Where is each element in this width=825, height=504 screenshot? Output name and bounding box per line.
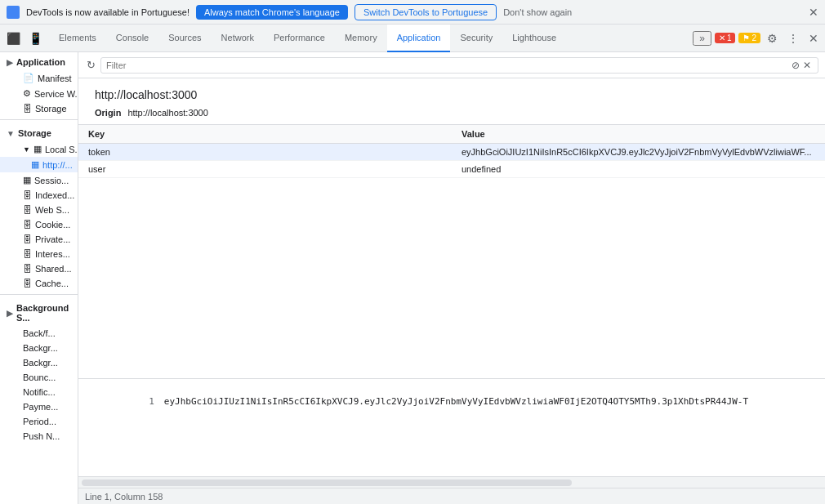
tab-bar: ⬛ 📱 Elements Console Sources Network Per… <box>0 25 825 52</box>
sidebar-item-background2[interactable]: Backgr... <box>0 341 78 355</box>
preview-text: eyJhbGciOiJIUzI1NiIsInR5cCI6IkpXVCJ9.eyJ… <box>164 396 748 407</box>
notification-bar: DevTools is now available in Portuguese!… <box>0 0 825 25</box>
filter-input[interactable] <box>106 60 790 70</box>
cache-icon: 🗄 <box>23 279 32 288</box>
sidebar-item-local-storage[interactable]: ▼ ▦ Local S... <box>0 141 78 157</box>
tab-bar-controls: ⬛ 📱 <box>3 29 46 48</box>
switch-language-button[interactable]: Switch DevTools to Portuguese <box>355 4 497 20</box>
dont-show-button[interactable]: Don't show again <box>503 7 572 17</box>
more-tabs-button[interactable]: » <box>693 31 711 46</box>
status-bar: Line 1, Column 158 <box>78 488 825 504</box>
sidebar-item-bounce[interactable]: Bounc... <box>0 370 78 385</box>
tab-performance[interactable]: Performance <box>264 25 335 52</box>
more-options-button[interactable]: ⋮ <box>784 29 802 48</box>
local-storage-icon: ▦ <box>33 144 42 154</box>
error-badge[interactable]: ✕ 1 <box>715 33 736 43</box>
devtools-logo <box>7 6 20 19</box>
col-key-header[interactable]: Key <box>78 125 452 144</box>
notif-label: Notific... <box>23 387 56 397</box>
tab-elements[interactable]: Elements <box>49 25 106 52</box>
close-devtools-button[interactable]: ✕ <box>805 29 822 48</box>
sidebar-item-period[interactable]: Period... <box>0 414 78 429</box>
refresh-button[interactable]: ↻ <box>85 57 97 73</box>
settings-button[interactable]: ⚙ <box>764 29 781 48</box>
period-label: Period... <box>23 417 56 426</box>
sidebar-item-payment[interactable]: Payme... <box>0 399 78 414</box>
tabs-container: Elements Console Sources Network Perform… <box>49 25 693 52</box>
line-number: 1 <box>149 396 154 407</box>
content-area: ↻ ⊘ ✕ http://localhost:3000 Origin http:… <box>78 52 825 504</box>
background2-label: Backgr... <box>23 343 58 353</box>
web-sql-icon: 🗄 <box>23 205 32 215</box>
sidebar-item-interest[interactable]: 🗄 Interes... <box>0 247 78 261</box>
http-label: http://... <box>42 160 73 170</box>
storage-item-label: Storage <box>35 104 67 114</box>
warn-icon: ⚑ <box>742 33 750 42</box>
divider-1 <box>0 119 78 120</box>
dock-icon[interactable]: ⬛ <box>3 29 24 48</box>
table-row[interactable]: userundefined <box>78 161 825 178</box>
bounce-label: Bounc... <box>23 372 56 382</box>
warn-count: 2 <box>751 33 756 42</box>
sidebar-item-indexed[interactable]: 🗄 Indexed... <box>0 188 78 203</box>
background-label: Background S... <box>16 303 74 323</box>
url-header: http://localhost:3000 Origin http://loca… <box>78 78 825 125</box>
service-label: Service W... <box>34 89 78 99</box>
warn-badge[interactable]: ⚑ 2 <box>738 33 760 43</box>
indexed-icon: 🗄 <box>23 190 32 200</box>
device-icon[interactable]: 📱 <box>25 29 46 48</box>
filter-input-wrap: ⊘ ✕ <box>100 57 818 74</box>
sidebar-item-http[interactable]: ▦ http://... <box>0 157 78 172</box>
storage-content: http://localhost:3000 Origin http://loca… <box>78 78 825 504</box>
col-value-header[interactable]: Value <box>452 125 825 144</box>
session-icon: ▦ <box>23 175 31 185</box>
cookies-label: Cookie... <box>35 220 70 230</box>
manifest-label: Manifest <box>38 74 72 83</box>
web-sql-label: Web S... <box>35 205 69 215</box>
sidebar-section-application: ▶ Application <box>0 52 78 70</box>
storage-url-title: http://localhost:3000 <box>95 88 809 101</box>
private-icon: 🗄 <box>23 234 32 244</box>
sidebar-item-shared[interactable]: 🗄 Shared... <box>0 261 78 276</box>
tab-lighthouse[interactable]: Lighthouse <box>502 25 566 52</box>
tab-bar-actions: ✕ 1 ⚑ 2 ⚙ ⋮ ✕ <box>715 29 822 48</box>
tab-sources[interactable]: Sources <box>158 25 211 52</box>
scrollbar-thumb[interactable] <box>82 479 572 486</box>
sidebar-item-web-sql[interactable]: 🗄 Web S... <box>0 203 78 217</box>
table-row[interactable]: tokeneyJhbGciOiJIUzI1NiIsInR5cCI6IkpXVCJ… <box>78 144 825 161</box>
sidebar-item-notif[interactable]: Notific... <box>0 385 78 399</box>
filter-prohibit-button[interactable]: ⊘ <box>790 60 801 71</box>
cache-label: Cache... <box>35 279 69 288</box>
match-language-button[interactable]: Always match Chrome's language <box>196 5 348 20</box>
background3-label: Backgr... <box>23 358 58 368</box>
notification-text: DevTools is now available in Portuguese! <box>26 7 190 17</box>
origin-value: http://localhost:3000 <box>127 108 207 118</box>
horizontal-scrollbar[interactable] <box>78 476 825 488</box>
tab-network[interactable]: Network <box>212 25 264 52</box>
local-storage-label: Local S... <box>45 145 78 154</box>
tab-memory[interactable]: Memory <box>335 25 387 52</box>
filter-clear-button[interactable]: ✕ <box>801 60 813 71</box>
sidebar-item-background3[interactable]: Backgr... <box>0 355 78 370</box>
sidebar-item-cookies[interactable]: 🗄 Cookie... <box>0 217 78 232</box>
notification-close-button[interactable]: ✕ <box>809 6 818 19</box>
error-count: 1 <box>727 33 732 42</box>
tab-console[interactable]: Console <box>106 25 158 52</box>
origin-label: Origin <box>95 108 121 118</box>
sidebar-item-manifest[interactable]: 📄 Manifest <box>0 70 78 86</box>
shared-icon: 🗄 <box>23 264 32 274</box>
indexed-label: Indexed... <box>35 190 74 200</box>
sidebar-item-service-worker[interactable]: ⚙ Service W... <box>0 86 78 101</box>
sidebar-item-private[interactable]: 🗄 Private... <box>0 232 78 247</box>
sidebar-item-push[interactable]: Push N... <box>0 429 78 444</box>
cookies-icon: 🗄 <box>23 220 32 230</box>
background-arrow: ▶ <box>7 309 13 318</box>
sidebar-item-storage[interactable]: 🗄 Storage <box>0 101 78 116</box>
sidebar-item-session[interactable]: ▦ Sessio... <box>0 172 78 188</box>
tab-security[interactable]: Security <box>450 25 502 52</box>
sidebar-item-cache[interactable]: 🗄 Cache... <box>0 276 78 291</box>
sidebar-item-backf[interactable]: Back/f... <box>0 326 78 341</box>
session-label: Sessio... <box>34 176 69 185</box>
tab-application[interactable]: Application <box>387 25 451 52</box>
application-arrow: ▶ <box>7 58 13 67</box>
